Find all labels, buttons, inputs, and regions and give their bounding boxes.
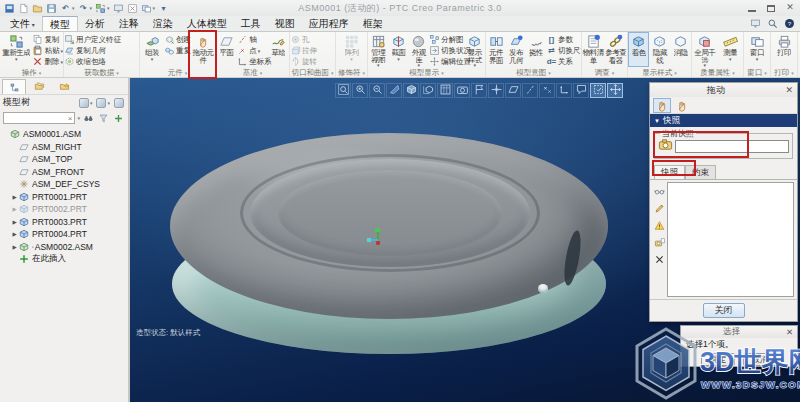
expand-arrow-icon[interactable]: ▶	[11, 194, 18, 200]
delete-button[interactable]	[653, 252, 666, 266]
point-drag-button[interactable]	[653, 98, 671, 113]
model-tree-item[interactable]: ASM_FRONT	[0, 166, 128, 179]
tab-snapshots[interactable]: 快照	[654, 165, 685, 179]
copy-geometry-button[interactable]: 复制几何	[64, 45, 121, 56]
switch-status-button[interactable]: 切换状况	[429, 45, 465, 56]
ribbon-group-label-get-data[interactable]: 获取数据 ▾	[64, 67, 139, 77]
zoom-fit-button[interactable]	[335, 83, 351, 98]
print-button[interactable]: 打印	[771, 32, 797, 67]
measure-button[interactable]: 测量▾	[718, 32, 744, 67]
switch-dims-button[interactable]: ⇄切换尺寸	[546, 45, 581, 56]
snapshot-name-input[interactable]	[675, 140, 789, 153]
drag-dialog-close-icon[interactable]: ✕	[781, 85, 797, 95]
close-button[interactable]: ✕	[784, 2, 796, 12]
appearance-gallery-button[interactable]: 外观库▾	[409, 32, 429, 67]
tab-model[interactable]: 模型	[42, 16, 78, 31]
csys-display-button[interactable]	[556, 83, 572, 98]
spin-center-button[interactable]	[488, 83, 504, 98]
cancel-button[interactable]: 取消	[743, 353, 777, 366]
save-button[interactable]	[45, 1, 58, 15]
preview-button[interactable]	[653, 184, 666, 198]
help-button[interactable]: ?	[783, 16, 796, 30]
publish-geometry-button[interactable]: 发布几何	[506, 32, 526, 67]
redo-dropdown-icon[interactable]: ▾	[90, 5, 93, 11]
create-component-button[interactable]: 创建	[164, 34, 191, 45]
maximize-button[interactable]	[765, 2, 777, 12]
manage-views-button[interactable]: 管理视图▾	[368, 32, 388, 67]
model-tree-item[interactable]: ▶▫ASM0002.ASM	[0, 241, 128, 254]
tree-search-input[interactable]	[4, 113, 68, 123]
resource-center-button[interactable]	[749, 16, 762, 30]
undo-button[interactable]: ↶▾	[59, 1, 76, 15]
find-button[interactable]	[82, 111, 95, 125]
tab-annotate[interactable]: 注释	[112, 16, 146, 31]
ribbon-group-label-cut-surface[interactable]: 切口和曲面 ▾	[290, 67, 335, 77]
flexibility-button[interactable]: 挠性	[526, 32, 546, 67]
copy-button[interactable]: 复制	[32, 34, 63, 45]
shaded-display-button[interactable]	[403, 83, 419, 98]
no-hidden-button[interactable]: 消隐	[670, 32, 691, 67]
show-options-button[interactable]: ▾	[95, 96, 111, 110]
close-drag-button[interactable]: 关闭	[703, 303, 745, 318]
layer-options-button[interactable]	[113, 96, 125, 110]
tab-framework[interactable]: 框架	[356, 16, 390, 31]
redo-button[interactable]: ↷▾	[77, 1, 94, 15]
customize-button[interactable]: ▾	[157, 1, 170, 15]
command-search-button[interactable]	[766, 16, 779, 30]
ribbon-group-label-mass-properties[interactable]: 质量属性 ▾	[692, 67, 743, 77]
parameters-button[interactable]: []参数	[546, 34, 581, 45]
snapshot-list[interactable]	[667, 182, 794, 297]
sketch-button[interactable]: 草绘	[268, 32, 289, 67]
ok-button[interactable]: 确定	[701, 353, 735, 366]
drag-dialog-titlebar[interactable]: 拖动 ✕	[650, 83, 797, 97]
display-style-button[interactable]: 显示样式▾	[465, 32, 485, 67]
delete-button[interactable]: 删除▾	[32, 56, 63, 67]
ribbon-group-label-print[interactable]: 打印 ▾	[771, 67, 797, 77]
component-interface-button[interactable]: 元件界面	[486, 32, 506, 67]
model-tree-item[interactable]: 在此插入	[0, 253, 128, 266]
plane-display-button[interactable]	[505, 83, 521, 98]
annotation-toggle-button[interactable]	[573, 83, 589, 98]
edit-button[interactable]	[653, 201, 666, 215]
favorites-tab[interactable]	[52, 79, 76, 94]
app-logo-button[interactable]	[3, 1, 16, 15]
snapshots-section-header[interactable]: ▼ 快照	[650, 114, 797, 127]
refresh-button[interactable]	[112, 1, 125, 15]
ribbon-group-label-operations[interactable]: 操作 ▾	[0, 67, 63, 77]
csys-button[interactable]: 坐标系	[237, 56, 268, 67]
model-tree-item[interactable]: ▶PRT0001.PRT	[0, 191, 128, 204]
tree-options-button[interactable]: ▾	[78, 96, 94, 110]
model-tree-item[interactable]: ASM_RIGHT	[0, 141, 128, 154]
windows-dropdown-icon[interactable]: ▾	[153, 5, 156, 11]
capture-button[interactable]	[454, 83, 470, 98]
regenerate-quick-dropdown-icon[interactable]: ▾	[107, 5, 110, 11]
model-tree-item[interactable]: ▶PRT0003.PRT	[0, 216, 128, 229]
bom-button[interactable]: 物料清单	[582, 32, 605, 67]
shrinkwrap-button[interactable]: 收缩包络	[64, 56, 121, 67]
edit-position-button[interactable]: 编辑位置	[429, 56, 465, 67]
3d-model[interactable]	[170, 128, 610, 356]
ribbon-group-label-display-style[interactable]: 显示样式 ▾	[628, 67, 691, 77]
tab-render[interactable]: 渲染	[146, 16, 180, 31]
axis-display-button[interactable]	[522, 83, 538, 98]
ribbon-group-label-model-display[interactable]: 模型显示 ▾	[368, 67, 485, 77]
tab-analysis[interactable]: 分析	[78, 16, 112, 31]
expand-arrow-icon[interactable]: ▶	[11, 206, 18, 212]
tab-constraints[interactable]: 约束	[685, 165, 716, 179]
shaded-button[interactable]: 着色	[628, 32, 649, 67]
repeat-button[interactable]: 重复	[164, 45, 191, 56]
model-tree-item[interactable]: ASM_DEF_CSYS	[0, 178, 128, 191]
model-tree-item[interactable]: ASM0001.ASM	[0, 128, 128, 141]
reference-viewer-button[interactable]: 参考查看器	[605, 32, 628, 67]
body-drag-button[interactable]	[673, 98, 691, 113]
paste-button[interactable]: 粘贴▾	[32, 45, 63, 56]
hole-button[interactable]: 孔	[290, 34, 317, 45]
undo-dropdown-icon[interactable]: ▾	[72, 5, 75, 11]
extrude-button[interactable]: 拉伸	[290, 45, 317, 56]
ribbon-group-label-model-intent[interactable]: 模型意图 ▾	[486, 67, 581, 77]
select-dialog-titlebar[interactable]: 选择 ✕	[681, 326, 797, 338]
csys-marker[interactable]	[368, 228, 386, 246]
expand-arrow-icon[interactable]: ▶	[11, 244, 18, 250]
plane-button[interactable]: 平面	[216, 32, 237, 67]
close-window-button[interactable]	[126, 1, 139, 15]
